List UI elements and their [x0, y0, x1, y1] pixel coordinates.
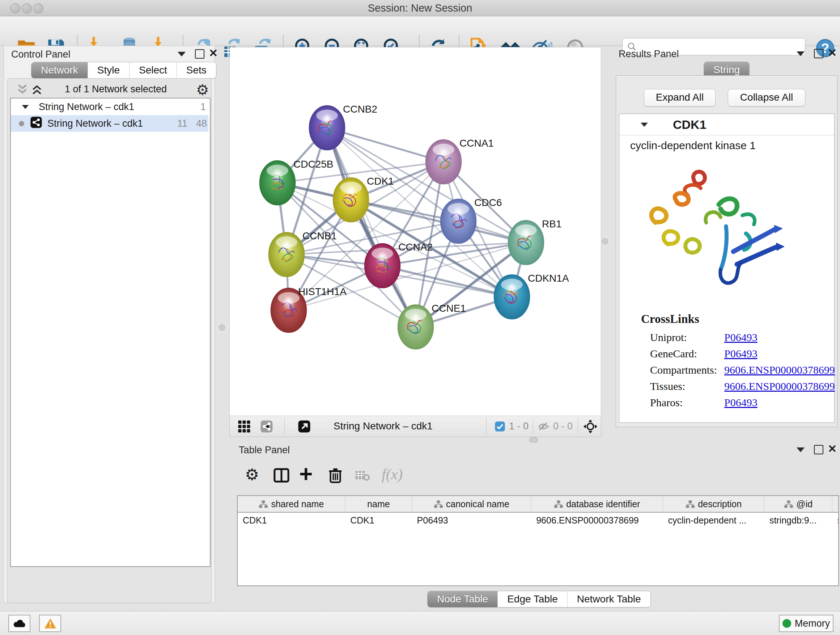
panel-menu-icon[interactable] — [797, 448, 805, 452]
network-type-icon — [30, 116, 42, 131]
collapse-all-networks-icon[interactable] — [16, 83, 29, 97]
network-view-toolbar: String Network – cdk1 1 - 0 0 - 0 — [229, 416, 601, 437]
column-type-icon — [685, 500, 695, 509]
network-row[interactable]: String Network – cdk1 11 48 — [11, 115, 208, 132]
status-bar: Memory — [0, 611, 840, 635]
right-splitter-handle[interactable] — [602, 238, 608, 244]
main-toolbar: ? — [0, 16, 840, 46]
protein-structure-image — [634, 157, 793, 310]
network-node-CCNB1[interactable] — [269, 233, 304, 277]
control-panel: Control Panel ✕ NetworkStyleSelectSets 1… — [4, 46, 215, 603]
table-cell: CDK1 — [238, 512, 345, 528]
memory-button[interactable]: Memory — [779, 615, 834, 632]
warnings-button[interactable] — [39, 615, 61, 632]
control-panel-title: Control Panel — [11, 49, 71, 60]
panel-menu-icon[interactable] — [178, 52, 186, 57]
float-panel-icon[interactable] — [814, 49, 823, 58]
gene-section: CDK1 cyclin-dependent kinase 1 — [619, 114, 835, 423]
float-panel-icon[interactable] — [195, 49, 204, 59]
tab-select[interactable]: Select — [129, 62, 177, 78]
network-node-CDC6[interactable] — [441, 199, 476, 243]
add-column-icon[interactable]: + — [299, 461, 313, 487]
crosslink-label: Compartments: — [650, 364, 724, 376]
cloud-button[interactable] — [8, 615, 30, 632]
crosslink-label: Pharos: — [650, 396, 724, 409]
collapse-all-button[interactable]: Collapse All — [728, 89, 805, 106]
close-panel-icon[interactable]: ✕ — [828, 445, 837, 453]
memory-label: Memory — [795, 618, 830, 629]
collection-label: String Network – cdk1 — [39, 101, 134, 112]
tab-network[interactable]: Network — [32, 62, 88, 78]
expand-all-networks-icon[interactable] — [30, 83, 43, 97]
current-network-name: String Network – cdk1 — [333, 420, 433, 432]
section-expander-icon[interactable] — [641, 122, 648, 127]
show-columns-icon[interactable] — [273, 468, 290, 485]
tab-style[interactable]: Style — [88, 62, 129, 78]
crosslink-link[interactable]: P06493 — [724, 348, 758, 360]
crosslink-link[interactable]: 9606.ENSP00000378699 — [724, 380, 835, 393]
network-share-icon[interactable] — [260, 420, 273, 433]
column-header-shared-name[interactable]: shared name — [238, 496, 345, 512]
column-header-namespace[interactable]: namespace — [832, 496, 839, 512]
column-header-@id[interactable]: @id — [764, 496, 832, 512]
titlebar: Session: New Session — [0, 0, 840, 16]
gene-description: cyclin-dependent kinase 1 — [630, 139, 756, 152]
node-label-CCNA1: CCNA1 — [459, 138, 494, 149]
network-node-CCNA2[interactable] — [365, 244, 400, 288]
crosslink-link[interactable]: P06493 — [724, 396, 758, 409]
panel-menu-icon[interactable] — [797, 51, 805, 56]
tab-node-table[interactable]: Node Table — [428, 591, 498, 607]
gear-icon[interactable]: ⚙ — [196, 81, 209, 98]
crosslink-link[interactable]: P06493 — [724, 331, 758, 344]
network-node-CCNB2[interactable] — [309, 106, 345, 150]
table-row[interactable]: CDK1CDK1P064939606.ENSP00000378699cyclin… — [238, 512, 839, 528]
open-in-window-icon[interactable] — [298, 420, 311, 433]
tab-network-table[interactable]: Network Table — [568, 591, 651, 607]
node-label-CDC25B: CDC25B — [294, 158, 333, 170]
delete-column-icon[interactable] — [327, 467, 343, 485]
network-collection-row[interactable]: String Network – cdk1 1 — [11, 98, 208, 115]
hidden-count: 0 - 0 — [553, 421, 573, 432]
network-node-RB1[interactable] — [508, 220, 544, 264]
results-panel: Results Panel ✕ String Expand All Collap… — [616, 46, 837, 427]
network-canvas[interactable]: CCNB2CCNA1CDC25BCDK1CDC6RB1CCNB1CCNA2CDK… — [229, 47, 601, 416]
column-header-description[interactable]: description — [663, 496, 764, 512]
collection-expander-icon[interactable] — [22, 105, 29, 109]
network-node-CCNE1[interactable] — [398, 305, 433, 349]
function-builder-icon[interactable]: f(x) — [382, 466, 403, 483]
hidden-eye-icon[interactable] — [538, 420, 550, 432]
crosslink-row: GeneCard:P06493 — [650, 348, 758, 360]
crosslink-link[interactable]: 9606.ENSP00000378699 — [724, 364, 835, 376]
fit-content-crosshair-icon[interactable] — [583, 419, 598, 434]
network-node-CDK1[interactable] — [333, 178, 369, 222]
gene-section-header[interactable]: CDK1 — [619, 114, 834, 135]
node-label-CCNB2: CCNB2 — [343, 103, 377, 115]
column-header-name[interactable]: name — [345, 496, 412, 512]
network-collection-box: 1 of 1 Network selected ⚙ String Network… — [7, 78, 212, 603]
node-label-CDC6: CDC6 — [474, 197, 502, 208]
column-header-canonical-name[interactable]: canonical name — [412, 496, 531, 512]
left-splitter-handle[interactable] — [219, 325, 225, 331]
node-label-RB1: RB1 — [542, 218, 561, 230]
delete-table-icon[interactable] — [355, 470, 370, 483]
network-node-CCNA1[interactable] — [426, 140, 461, 184]
bottom-splitter-handle[interactable] — [529, 437, 538, 442]
column-header-database-identifier[interactable]: database identifier — [531, 496, 663, 512]
crosslink-label: GeneCard: — [650, 348, 724, 360]
table-settings-gear-icon[interactable]: ⚙ — [245, 465, 259, 484]
birds-eye-view-icon[interactable] — [238, 420, 251, 433]
network-node-CDC25B[interactable] — [260, 161, 295, 205]
tab-edge-table[interactable]: Edge Table — [498, 591, 568, 607]
selected-count: 1 - 0 — [509, 421, 529, 432]
expand-all-button[interactable]: Expand All — [644, 89, 715, 106]
float-panel-icon[interactable] — [814, 445, 823, 454]
network-node-CDKN1A[interactable] — [494, 275, 530, 319]
node-label-CDK1: CDK1 — [367, 176, 394, 187]
results-panel-title: Results Panel — [619, 49, 679, 60]
selected-checkbox-icon[interactable] — [494, 421, 505, 432]
tab-sets[interactable]: Sets — [177, 62, 216, 78]
bottombar-separator — [533, 418, 533, 434]
close-panel-icon[interactable]: ✕ — [209, 49, 218, 57]
cloud-icon — [13, 619, 26, 628]
close-panel-icon[interactable]: ✕ — [828, 49, 837, 57]
